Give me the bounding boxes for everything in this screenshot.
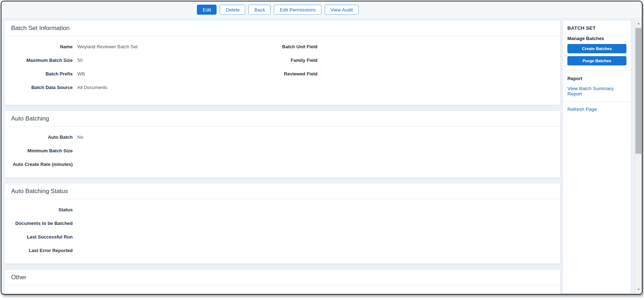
field-row-auto-batch: Auto BatchNo bbox=[11, 130, 554, 144]
section-body: Auto BatchNoMinimum Batch SizeAuto Creat… bbox=[5, 127, 560, 177]
back-button[interactable]: Back bbox=[248, 5, 271, 15]
report-heading: Report bbox=[567, 76, 626, 81]
field-value: 50 bbox=[77, 58, 82, 63]
field-label: Status bbox=[11, 207, 73, 212]
create-batches-button[interactable]: Create Batches bbox=[567, 44, 626, 53]
section-title: Auto Batching Status bbox=[5, 183, 560, 199]
section-auto-batching-status: Auto Batching StatusStatusDocuments to b… bbox=[4, 183, 561, 264]
field-row-batch-unit-field: Batch Unit Field bbox=[247, 40, 554, 53]
section-title: Batch Set Information bbox=[5, 20, 560, 36]
batch-set-sidebar: BATCH SET Manage Batches Create BatchesP… bbox=[562, 20, 631, 294]
field-row-batch-prefix: Batch PrefixWB bbox=[11, 67, 247, 80]
field-row-documents-to-be-batched: Documents to be Batched bbox=[11, 216, 554, 230]
field-row-family-field: Family Field bbox=[247, 53, 554, 67]
field-label: Batch Data Source bbox=[11, 85, 73, 90]
field-value: No bbox=[77, 134, 83, 140]
field-row-keywords: Keywords bbox=[11, 289, 554, 295]
view-batch-summary-report-link[interactable]: View Batch Summary Report bbox=[567, 86, 626, 97]
field-value: Weyland Reviewer Batch Set bbox=[77, 44, 137, 49]
field-label: Last Error Reported bbox=[11, 248, 73, 253]
field-row-reviewed-field: Reviewed Field bbox=[247, 67, 554, 80]
field-label: Auto Create Rate (minutes) bbox=[11, 162, 73, 167]
field-value: WB bbox=[77, 71, 85, 77]
batch-set-detail-sections: Batch Set InformationNameWeyland Reviewe… bbox=[4, 20, 561, 294]
field-value: All Documents bbox=[77, 85, 107, 90]
section-batch-set-information: Batch Set InformationNameWeyland Reviewe… bbox=[4, 20, 561, 105]
field-row-minimum-batch-size: Minimum Batch Size bbox=[11, 144, 554, 157]
field-label: Batch Prefix bbox=[11, 71, 73, 77]
field-row-last-error-reported: Last Error Reported bbox=[11, 244, 554, 257]
scroll-up-icon[interactable]: ▲ bbox=[635, 21, 643, 26]
purge-batches-button[interactable]: Purge Batches bbox=[567, 56, 626, 65]
field-label: Minimum Batch Size bbox=[11, 148, 73, 153]
field-label: Family Field bbox=[247, 58, 318, 63]
field-label: Last Successful Run bbox=[11, 234, 73, 240]
sidebar-title: BATCH SET bbox=[567, 25, 626, 31]
edit-permissions-button[interactable]: Edit Permissions bbox=[274, 5, 321, 15]
app-window: EditDeleteBackEdit PermissionsView Audit… bbox=[1, 1, 643, 295]
field-label: Maximum Batch Size bbox=[11, 58, 73, 63]
page-content: Batch Set InformationNameWeyland Reviewe… bbox=[1, 18, 642, 294]
field-label: Keywords bbox=[11, 293, 73, 295]
field-row-maximum-batch-size: Maximum Batch Size50 bbox=[11, 53, 247, 67]
sidebar-divider bbox=[563, 102, 631, 102]
field-label: Auto Batch bbox=[11, 134, 73, 140]
delete-button[interactable]: Delete bbox=[220, 5, 245, 15]
action-toolbar: EditDeleteBackEdit PermissionsView Audit bbox=[1, 1, 642, 18]
scroll-down-icon[interactable]: ▼ bbox=[635, 287, 643, 292]
field-label: Name bbox=[11, 44, 73, 49]
field-label: Reviewed Field bbox=[247, 71, 318, 77]
sidebar-divider bbox=[563, 70, 631, 71]
edit-button[interactable]: Edit bbox=[197, 5, 217, 15]
manage-batches-buttons: Create BatchesPurge Batches bbox=[567, 44, 626, 65]
field-label: Batch Unit Field bbox=[247, 44, 318, 49]
field-row-auto-create-rate-minutes: Auto Create Rate (minutes) bbox=[11, 157, 554, 171]
field-row-last-successful-run: Last Successful Run bbox=[11, 230, 554, 244]
section-other: OtherKeywords bbox=[4, 269, 561, 295]
field-label: Documents to be Batched bbox=[11, 221, 73, 226]
refresh-page-link[interactable]: Refresh Page bbox=[567, 107, 626, 112]
section-body: StatusDocuments to be BatchedLast Succes… bbox=[5, 199, 560, 264]
view-audit-button[interactable]: View Audit bbox=[325, 5, 359, 15]
field-row-name: NameWeyland Reviewer Batch Set bbox=[11, 40, 247, 53]
section-auto-batching: Auto BatchingAuto BatchNoMinimum Batch S… bbox=[4, 110, 561, 178]
section-body: NameWeyland Reviewer Batch SetMaximum Ba… bbox=[5, 36, 560, 100]
section-title: Auto Batching bbox=[5, 111, 560, 127]
page-scrollbar[interactable]: ▲ ▼ bbox=[634, 20, 643, 294]
section-body: Keywords bbox=[5, 285, 560, 295]
scrollbar-thumb[interactable] bbox=[635, 28, 641, 154]
field-row-status: Status bbox=[11, 203, 554, 216]
field-row-batch-data-source: Batch Data SourceAll Documents bbox=[11, 80, 247, 94]
manage-batches-heading: Manage Batches bbox=[567, 36, 626, 41]
section-title: Other bbox=[5, 270, 560, 285]
